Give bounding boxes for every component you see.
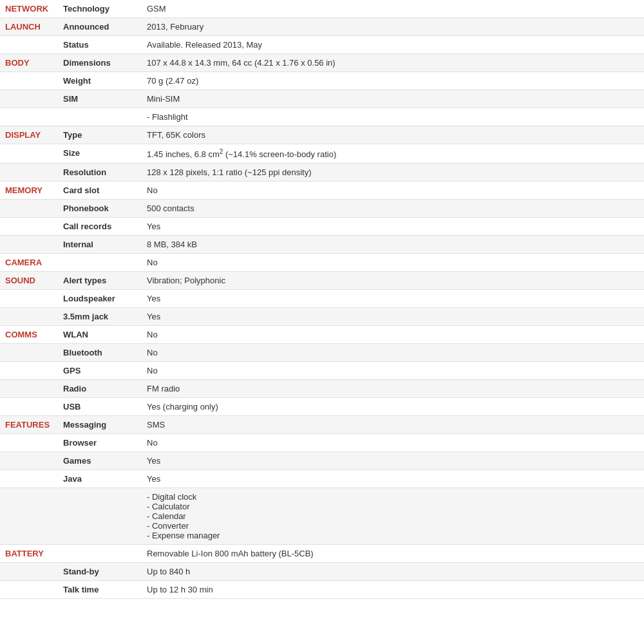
category-cell [0,200,58,218]
property-cell [58,254,142,272]
table-row: StatusAvailable. Released 2013, May [0,36,644,54]
category-cell: DISPLAY [0,126,58,144]
value-cell: Yes [142,470,644,488]
value-cell: Yes (charging only) [142,398,644,416]
table-row: BluetoothNo [0,344,644,362]
table-row: Resolution128 x 128 pixels, 1:1 ratio (~… [0,164,644,182]
table-row: Stand-byUp to 840 h [0,563,644,581]
value-cell: 1.45 inches, 6.8 cm2 (~14.1% screen-to-b… [142,144,644,164]
category-cell: BATTERY [0,545,58,563]
table-row: DISPLAYTypeTFT, 65K colors [0,126,644,144]
table-row: CAMERANo [0,254,644,272]
category-cell [0,308,58,326]
property-cell: SIM [58,90,142,108]
property-cell: Messaging [58,416,142,434]
property-cell: Java [58,470,142,488]
value-cell: Yes [142,452,644,470]
category-cell [0,144,58,164]
category-cell [0,290,58,308]
value-cell: GSM [142,0,644,18]
property-cell: Status [58,36,142,54]
value-cell: Removable Li-Ion 800 mAh battery (BL-5CB… [142,545,644,563]
value-cell: 107 x 44.8 x 14.3 mm, 64 cc (4.21 x 1.76… [142,54,644,72]
value-cell: 70 g (2.47 oz) [142,72,644,90]
property-cell: Resolution [58,164,142,182]
value-cell: Yes [142,308,644,326]
table-row: MEMORYCard slotNo [0,182,644,200]
value-cell: No [142,344,644,362]
category-cell: CAMERA [0,254,58,272]
table-row: Phonebook500 contacts [0,200,644,218]
table-row: Call recordsYes [0,218,644,236]
value-cell: No [142,362,644,380]
value-cell: Yes [142,218,644,236]
property-cell: Type [58,126,142,144]
value-cell: SMS [142,416,644,434]
value-cell: Vibration; Polyphonic [142,272,644,290]
table-row: LoudspeakerYes [0,290,644,308]
category-cell: FEATURES [0,416,58,434]
value-cell: No [142,434,644,452]
property-cell: Call records [58,218,142,236]
category-cell [0,36,58,54]
category-cell: SOUND [0,272,58,290]
table-row: BATTERYRemovable Li-Ion 800 mAh battery … [0,545,644,563]
value-cell: Up to 12 h 30 min [142,581,644,599]
category-cell [0,90,58,108]
table-row: COMMSWLANNo [0,326,644,344]
property-cell: USB [58,398,142,416]
property-cell: Dimensions [58,54,142,72]
category-cell [0,488,58,545]
table-row: GPSNo [0,362,644,380]
value-cell: - Flashlight [142,108,644,126]
table-row: 3.5mm jackYes [0,308,644,326]
category-cell: MEMORY [0,182,58,200]
category-cell [0,380,58,398]
table-row: RadioFM radio [0,380,644,398]
property-cell [58,108,142,126]
property-cell: Talk time [58,581,142,599]
category-cell [0,470,58,488]
value-cell: No [142,326,644,344]
category-cell [0,344,58,362]
value-cell: No [142,254,644,272]
property-cell: Games [58,452,142,470]
table-row: - Flashlight [0,108,644,126]
table-row: LAUNCHAnnounced2013, February [0,18,644,36]
category-cell [0,72,58,90]
category-cell [0,581,58,599]
property-cell: GPS [58,362,142,380]
value-cell: - Digital clock- Calculator- Calendar- C… [142,488,644,545]
property-cell: 3.5mm jack [58,308,142,326]
value-cell: 2013, February [142,18,644,36]
table-row: JavaYes [0,470,644,488]
value-cell: 128 x 128 pixels, 1:1 ratio (~125 ppi de… [142,164,644,182]
property-cell: Announced [58,18,142,36]
property-cell: Stand-by [58,563,142,581]
value-cell: Yes [142,290,644,308]
property-cell: Radio [58,380,142,398]
table-row: USBYes (charging only) [0,398,644,416]
category-cell: COMMS [0,326,58,344]
table-row: BODYDimensions107 x 44.8 x 14.3 mm, 64 c… [0,54,644,72]
value-cell: Available. Released 2013, May [142,36,644,54]
value-cell: Mini-SIM [142,90,644,108]
table-row: SOUNDAlert typesVibration; Polyphonic [0,272,644,290]
category-cell [0,362,58,380]
value-cell: 8 MB, 384 kB [142,236,644,254]
category-cell [0,108,58,126]
category-cell [0,218,58,236]
table-row: GamesYes [0,452,644,470]
category-cell [0,236,58,254]
table-row: Internal8 MB, 384 kB [0,236,644,254]
value-cell: FM radio [142,380,644,398]
property-cell [58,488,142,545]
table-row: FEATURESMessagingSMS [0,416,644,434]
table-row: - Digital clock- Calculator- Calendar- C… [0,488,644,545]
property-cell: Card slot [58,182,142,200]
category-cell [0,434,58,452]
value-cell: 500 contacts [142,200,644,218]
property-cell: Alert types [58,272,142,290]
property-cell: Browser [58,434,142,452]
category-cell: NETWORK [0,0,58,18]
